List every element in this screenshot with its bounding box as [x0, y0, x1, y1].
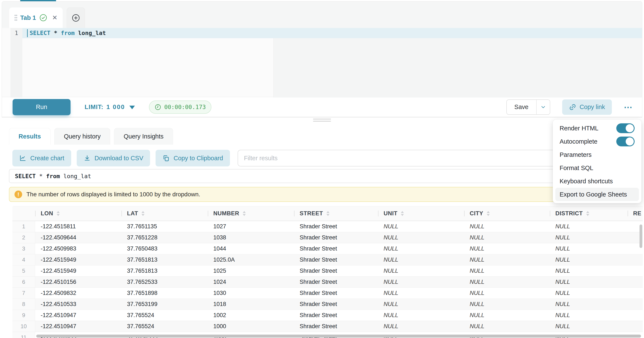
editor-tab-strip: Tab 1 ✕	[2, 2, 642, 28]
table-cell: 37.7651813	[122, 254, 208, 265]
column-header-re[interactable]: RE	[628, 206, 643, 221]
pane-resize-handle[interactable]	[313, 119, 331, 123]
tab-label: Tab 1	[20, 14, 36, 21]
table-cell: 37.7651135	[122, 221, 208, 232]
table-cell: -122.4510947	[35, 321, 122, 332]
more-options-button[interactable]: ⋯	[621, 103, 635, 111]
plus-circle-icon	[72, 14, 80, 22]
sort-icon[interactable]	[326, 211, 330, 216]
menu-item-export-to-google-sheets[interactable]: Export to Google Sheets	[555, 188, 639, 201]
copy-to-clipboard-button[interactable]: Copy to Clipboard	[156, 150, 230, 166]
column-header-city[interactable]: CITY	[464, 206, 550, 221]
limit-value: 1 000	[106, 103, 125, 110]
column-header-lat[interactable]: LAT	[122, 206, 208, 221]
table-cell	[628, 254, 643, 265]
save-split-button: Save	[506, 99, 550, 115]
table-cell: 1025	[208, 265, 294, 276]
limit-label: LIMIT:	[84, 103, 103, 110]
editor-toolbar: Run LIMIT: 1 000 00:00:00.173 Save	[2, 97, 642, 117]
save-options-button[interactable]	[536, 100, 550, 114]
sort-icon[interactable]	[586, 211, 589, 216]
column-label: STREET	[300, 210, 323, 217]
table-cell: NULL	[378, 288, 464, 298]
column-label: CITY	[470, 210, 483, 217]
row-number: 1	[12, 221, 35, 232]
sort-icon[interactable]	[401, 211, 404, 216]
table-cell: Shrader Street	[294, 310, 378, 321]
menu-item-autocomplete[interactable]: Autocomplete	[555, 135, 639, 148]
save-button[interactable]: Save	[507, 100, 536, 114]
table-cell: NULL	[464, 277, 550, 287]
table-cell: Shrader Street	[294, 288, 378, 298]
table-row: 4-122.451594937.76518131025.0AShrader St…	[12, 254, 643, 265]
tab-query-history[interactable]: Query history	[54, 128, 110, 145]
warning-icon: !	[14, 191, 22, 198]
table-cell: NULL	[378, 221, 464, 232]
menu-item-label: Parameters	[560, 151, 592, 158]
menu-item-render-html[interactable]: Render HTML	[555, 122, 639, 135]
table-cell: -122.4509832	[35, 288, 122, 298]
sort-icon[interactable]	[57, 211, 60, 216]
menu-item-keyboard-shortcuts[interactable]: Keyboard shortcuts	[555, 175, 639, 188]
copy-link-button[interactable]: Copy link	[562, 99, 612, 115]
table-cell: NULL	[378, 265, 464, 276]
table-header-row: LONLATNUMBERSTREETUNITCITYDISTRICTRE	[12, 206, 643, 221]
results-table: LONLATNUMBERSTREETUNITCITYDISTRICTRE 1-1…	[12, 206, 643, 338]
results-action-buttons: Create chartDownload to CSVCopy to Clipb…	[12, 150, 230, 166]
drag-dots-icon[interactable]	[14, 14, 17, 22]
row-number: 8	[12, 299, 35, 310]
vertical-scrollbar[interactable]	[640, 225, 642, 248]
table-cell: 37.765524	[122, 321, 208, 332]
run-button[interactable]: Run	[12, 99, 70, 115]
toggle-switch[interactable]	[616, 123, 634, 133]
tab-query-insights[interactable]: Query Insights	[114, 128, 173, 145]
new-tab-button[interactable]	[67, 8, 85, 28]
table-cell: 1018	[208, 299, 294, 310]
tab-1[interactable]: Tab 1 ✕	[9, 8, 63, 28]
table-body: 1-122.451581137.76511351027Shrader Stree…	[12, 221, 643, 338]
table-cell: 1027	[208, 221, 294, 232]
sql-keyword: SELECT	[30, 30, 50, 36]
table-cell: NULL	[550, 288, 628, 298]
limit-dropdown[interactable]: LIMIT: 1 000	[84, 103, 135, 110]
toggle-switch[interactable]	[616, 136, 634, 146]
table-cell: NULL	[464, 232, 550, 243]
table-cell: -122.4515811	[35, 221, 122, 232]
table-row: 7-122.450983237.76518981030Shrader Stree…	[12, 288, 643, 299]
table-cell: NULL	[550, 299, 628, 310]
sort-icon[interactable]	[243, 211, 246, 216]
results-actions-row: Create chartDownload to CSVCopy to Clipb…	[12, 150, 638, 166]
create-chart-button[interactable]: Create chart	[12, 150, 71, 166]
table-row: 10-122.451094737.7655241000Shrader Stree…	[12, 321, 643, 332]
menu-item-parameters[interactable]: Parameters	[555, 148, 639, 161]
table-cell: NULL	[550, 221, 628, 232]
active-line-highlight	[22, 28, 642, 38]
table-cell: NULL	[550, 277, 628, 287]
table-cell: NULL	[464, 310, 550, 321]
table-cell: 1002	[208, 310, 294, 321]
table-cell: 1025.0A	[208, 254, 294, 265]
sort-icon[interactable]	[487, 211, 490, 216]
column-header-street[interactable]: STREET	[294, 206, 378, 221]
table-row: 6-122.451015637.76525331024Shrader Stree…	[12, 277, 643, 288]
sort-icon[interactable]	[142, 211, 144, 216]
column-header-lon[interactable]: LON	[35, 206, 122, 221]
table-cell: Shrader Street	[294, 265, 378, 276]
table-cell: NULL	[464, 221, 550, 232]
column-header-district[interactable]: DISTRICT	[550, 206, 628, 221]
table-cell: NULL	[550, 265, 628, 276]
download-to-csv-button[interactable]: Download to CSV	[77, 150, 150, 166]
tab-results[interactable]: Results	[9, 128, 50, 145]
table-cell: NULL	[378, 243, 464, 254]
table-row: 5-122.451594937.76518131025Shrader Stree…	[12, 265, 643, 277]
table-row: 2-122.450964437.76512281038Shrader Stree…	[12, 232, 643, 243]
table-cell: Shrader Street	[294, 221, 378, 232]
horizontal-scrollbar[interactable]	[36, 334, 641, 337]
sql-code-editor[interactable]: 1 SELECT * from long_lat	[2, 28, 642, 97]
column-header-unit[interactable]: UNIT	[378, 206, 464, 221]
column-header-number[interactable]: NUMBER	[208, 206, 294, 221]
close-tab-icon[interactable]: ✕	[52, 15, 58, 21]
table-cell	[628, 288, 643, 298]
menu-item-format-sql[interactable]: Format SQL	[555, 161, 639, 175]
table-cell: 1030	[208, 288, 294, 298]
